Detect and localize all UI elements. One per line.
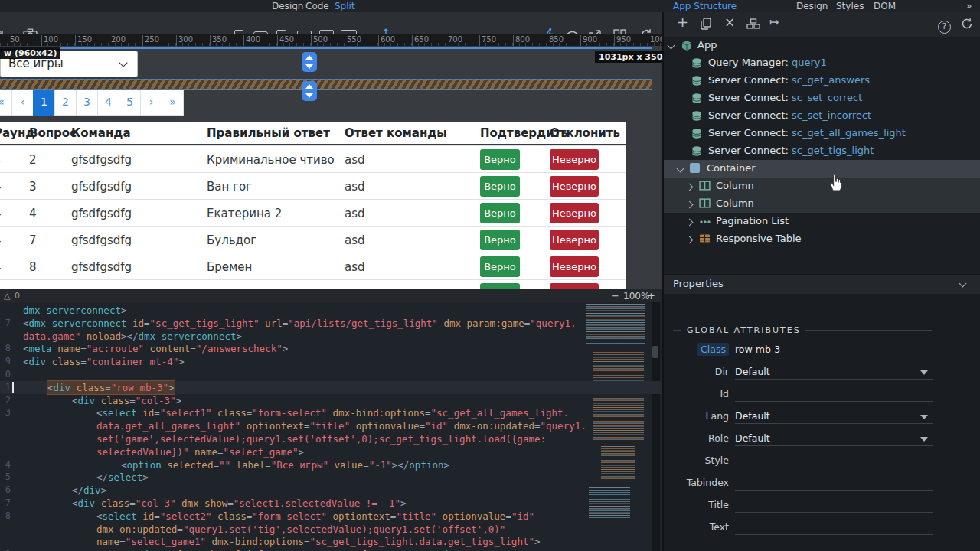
chevron-right-icon[interactable] bbox=[686, 219, 694, 227]
design-canvas[interactable]: Все игры w (960x42) 1031px x 350px «‹123… bbox=[0, 46, 663, 289]
approve-button[interactable]: Верно bbox=[480, 176, 520, 197]
tree-item-sc-get-answers[interactable]: Server Connect: sc_get_answers bbox=[664, 72, 980, 90]
property-input[interactable] bbox=[735, 521, 933, 535]
tree-item-column[interactable]: Column bbox=[664, 195, 980, 213]
tree-item-pagination-list[interactable]: Pagination List bbox=[664, 213, 980, 230]
zoom-in-button[interactable]: + bbox=[647, 290, 655, 302]
property-input[interactable] bbox=[735, 388, 933, 402]
ruler-tick: 150 bbox=[75, 35, 92, 46]
dropdown-caret-icon bbox=[920, 415, 928, 419]
tree-item-app[interactable]: App bbox=[664, 37, 980, 54]
tab-app-structure[interactable]: App Structure bbox=[673, 1, 737, 11]
code-line: 5</select> bbox=[0, 471, 663, 484]
property-select[interactable]: Default bbox=[735, 432, 933, 446]
code-line: name="select_game1" dmx-bind:options="sc… bbox=[0, 535, 663, 548]
tree-item-query1[interactable]: Query Manager: query1 bbox=[664, 54, 980, 72]
chevron-down-icon bbox=[119, 58, 127, 67]
pagination-item[interactable]: 2 bbox=[54, 87, 77, 116]
reject-button[interactable]: Неверно bbox=[550, 149, 599, 170]
table-icon bbox=[699, 233, 710, 246]
approve-button[interactable] bbox=[480, 283, 520, 289]
tree-item-label: Column bbox=[716, 197, 754, 209]
table-cell: gfsdfgsdfg bbox=[71, 260, 132, 274]
property-input[interactable] bbox=[735, 499, 933, 513]
chevron-right-icon[interactable] bbox=[686, 236, 694, 244]
tree-item-sc-get-tigs-light[interactable]: Server Connect: sc_get_tigs_light bbox=[664, 142, 980, 160]
pagination-item[interactable]: › bbox=[140, 87, 162, 116]
approve-button[interactable]: Верно bbox=[480, 256, 520, 277]
property-select[interactable]: Default bbox=[735, 366, 933, 380]
tab-design[interactable]: Design bbox=[272, 1, 303, 11]
add-icon[interactable]: + bbox=[677, 14, 688, 30]
property-row-title: Title bbox=[664, 497, 980, 514]
panel-more-icon[interactable]: » bbox=[966, 1, 972, 11]
chevron-right-icon[interactable] bbox=[686, 201, 694, 209]
tree-item-sc-set-correct[interactable]: Server Connect: sc_set_correct bbox=[664, 90, 980, 107]
property-input[interactable]: row mb-3 bbox=[735, 344, 933, 357]
export-icon[interactable]: ↦ bbox=[769, 15, 779, 29]
pagination-item[interactable]: » bbox=[162, 87, 184, 116]
tab-dom[interactable]: DOM bbox=[874, 1, 896, 11]
table-cell: Екатерина 2 bbox=[207, 207, 282, 220]
tab-panel-design[interactable]: Design bbox=[796, 1, 828, 11]
code-line: dmx-serverconnect> bbox=[0, 304, 663, 317]
approve-button[interactable]: Верно bbox=[480, 149, 520, 170]
property-input[interactable] bbox=[735, 455, 933, 468]
approve-button[interactable]: Верно bbox=[480, 203, 520, 223]
table-header-cell: Правильный ответ bbox=[207, 126, 330, 140]
tree-item-sc-get-all-games-light[interactable]: Server Connect: sc_get_all_games_light bbox=[664, 125, 980, 142]
property-row-text: Text bbox=[664, 519, 980, 536]
pagination-item[interactable]: 1 bbox=[33, 87, 55, 116]
code-editor[interactable]: dmx-serverconnect>7<dmx-serverconnect id… bbox=[0, 302, 663, 551]
pagination-item[interactable]: « bbox=[0, 87, 12, 116]
pagination-item[interactable]: 3 bbox=[76, 87, 98, 116]
copy-icon[interactable] bbox=[701, 18, 711, 30]
panel-toolbar: + × ↦ ? bbox=[664, 12, 980, 37]
properties-header[interactable]: Properties bbox=[664, 274, 980, 295]
reject-button[interactable]: Неверно bbox=[550, 230, 599, 250]
tab-code[interactable]: Code bbox=[305, 1, 329, 11]
error-count: 0 bbox=[15, 291, 20, 301]
chevron-down-icon[interactable] bbox=[668, 42, 675, 50]
element-handle-button[interactable] bbox=[302, 52, 317, 72]
pagination-item[interactable]: 4 bbox=[97, 87, 119, 116]
database-icon bbox=[691, 93, 702, 106]
tab-split[interactable]: Split bbox=[335, 1, 355, 11]
reject-button[interactable]: Неверно bbox=[550, 176, 599, 197]
chevron-down-icon bbox=[959, 280, 967, 288]
tree-item-sc-set-incorrect[interactable]: Server Connect: sc_set_incorrect bbox=[664, 107, 980, 125]
approve-button[interactable]: Верно bbox=[480, 230, 520, 250]
property-label: Tabindex bbox=[664, 477, 729, 488]
element-handle-button[interactable] bbox=[302, 81, 317, 101]
zoom-out-button[interactable]: − bbox=[611, 290, 619, 302]
property-label: Title bbox=[664, 499, 729, 510]
chevron-right-icon[interactable] bbox=[686, 184, 694, 191]
table-cell: 4 bbox=[0, 153, 2, 167]
reject-button[interactable]: Неверно bbox=[550, 256, 599, 277]
ruler-tick: 700 bbox=[446, 35, 462, 46]
chevron-down-icon[interactable] bbox=[677, 165, 684, 173]
tree-item-container[interactable]: Container bbox=[664, 160, 980, 178]
ruler-tick: 650 bbox=[412, 35, 429, 46]
delete-icon[interactable]: × bbox=[724, 15, 735, 30]
property-row-class: Classrow mb-3 bbox=[664, 341, 980, 358]
tree-item-responsive-table[interactable]: Responsive Table bbox=[664, 230, 980, 248]
components-icon[interactable] bbox=[746, 18, 760, 29]
refresh-icon[interactable] bbox=[961, 18, 973, 30]
pagination-item[interactable]: ‹ bbox=[11, 87, 34, 116]
help-icon[interactable]: ? bbox=[938, 18, 951, 34]
tab-styles[interactable]: Styles bbox=[836, 1, 864, 11]
ruler-tick: 800 bbox=[513, 35, 530, 46]
property-select[interactable]: Default bbox=[735, 410, 933, 424]
property-input[interactable] bbox=[735, 477, 933, 491]
reject-button[interactable]: Неверно bbox=[550, 203, 599, 223]
property-label: Text bbox=[664, 521, 729, 533]
column-icon bbox=[699, 198, 710, 210]
table-header-cell: Команда bbox=[71, 126, 131, 140]
pagination-item[interactable]: 5 bbox=[119, 87, 141, 116]
split-view-divider[interactable]: △ 0 − 100% + bbox=[0, 289, 663, 302]
tree-item-column[interactable]: Column bbox=[664, 178, 980, 195]
table-cell: asd bbox=[345, 233, 365, 247]
reject-button[interactable] bbox=[550, 283, 599, 289]
wappler-ide-window: Design Code Split App Structure Design S… bbox=[0, 0, 980, 551]
